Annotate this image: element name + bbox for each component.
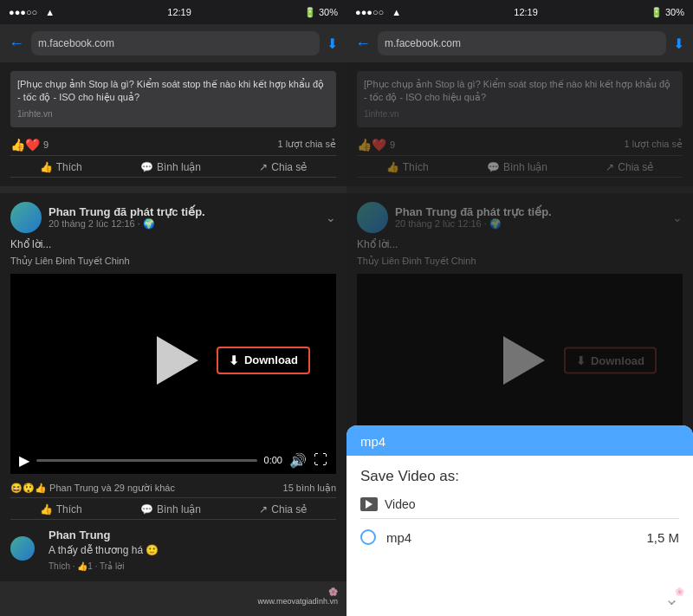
reaction-row-1: 👍❤️ 9 1 lượt chia sẻ xyxy=(10,134,336,156)
sheet-option-mp4[interactable]: mp4 1,5 M xyxy=(346,519,693,555)
share-label-2: Chia sẻ xyxy=(271,503,307,515)
back-button[interactable]: ← xyxy=(9,35,24,53)
share-btn-r1: ↗ Chia sẻ xyxy=(606,161,653,173)
share-icon: ↗ xyxy=(259,161,268,173)
comments-count: 15 bình luận xyxy=(283,483,336,494)
video-player-right: ⬇ Download xyxy=(357,274,683,447)
post3-author: Phan Trung xyxy=(49,528,111,541)
share-label-1: Chia sẻ xyxy=(271,161,307,173)
left-phone: ●●●○○ ▲ 12:19 🔋 30% ← m.facebook.com ⬇ [… xyxy=(0,0,346,616)
download-arrow-icon-right: ⬇ xyxy=(576,353,586,366)
download-label: Download xyxy=(244,353,298,366)
reactions-right: 👍❤️ 9 xyxy=(357,138,395,152)
like-label-1: Thích xyxy=(56,161,82,173)
below-video: 😆😲👍 Phan Trung và 29 người khác 15 bình … xyxy=(0,474,346,581)
watermark-site-left: www.meovatgiadình.vn xyxy=(257,597,338,607)
post3-row: Phan Trung A thấy dễ thương há 🙂 Thích ·… xyxy=(10,527,336,571)
reactions-text-2: 😆😲👍 Phan Trung và 29 người khác xyxy=(10,483,175,494)
back-button-right[interactable]: ← xyxy=(355,35,371,53)
author-row: Phan Trung đã phát trực tiếp. 20 tháng 2… xyxy=(10,202,336,233)
share-button-2[interactable]: ↗ Chia sẻ xyxy=(259,503,307,515)
watermark-right: 🌸 www.meovatgiadình.vn xyxy=(604,587,684,607)
like-icon-2: 👍 xyxy=(40,503,53,515)
post-text-left: Khổ lời... xyxy=(10,238,336,250)
link-source: 1inhte.vn xyxy=(17,108,329,120)
video-file-icon xyxy=(360,497,378,511)
reactions: 👍❤️ 9 xyxy=(10,138,49,152)
comment-icon: 💬 xyxy=(140,161,153,173)
like-button-2[interactable]: 👍 Thích xyxy=(40,503,82,515)
author-name-right: Phan Trung đã phát trực tiếp. xyxy=(395,205,665,218)
chevron-down-icon-right: ⌄ xyxy=(672,211,683,224)
comment-label-1: Bình luận xyxy=(157,161,201,173)
post3-text: A thấy dễ thương há 🙂 xyxy=(49,544,159,556)
status-bar-right: ●●●○○ ▲ 12:19 🔋 30% xyxy=(346,0,693,24)
option-size-mp4: 1,5 M xyxy=(646,530,679,545)
browser-bar-left: ← m.facebook.com ⬇ xyxy=(0,24,346,62)
status-bar-left: ●●●○○ ▲ 12:19 🔋 30% xyxy=(0,0,346,24)
link-preview[interactable]: [Phục chụp ảnh Stop là gì? Kiểm soát sto… xyxy=(10,71,336,127)
download-overlay[interactable]: ⬇ Download xyxy=(217,347,310,374)
action-row-1: 👍 Thích 💬 Bình luận ↗ Chia sẻ xyxy=(10,156,336,178)
author-row-right: Phan Trung đã phát trực tiếp. 20 tháng 2… xyxy=(357,202,683,233)
share-button-1[interactable]: ↗ Chia sẻ xyxy=(259,161,307,173)
radio-mp4[interactable] xyxy=(360,529,376,545)
link-source-right: 1inhte.vn xyxy=(364,108,676,120)
shares-text: 1 lượt chia sẻ xyxy=(278,139,336,150)
avatar-left-2 xyxy=(10,536,35,561)
download-icon-browser-right[interactable]: ⬇ xyxy=(673,36,684,52)
fullscreen-icon[interactable]: ⛶ xyxy=(314,452,327,468)
status-left-right: ●●●○○ ▲ xyxy=(355,7,401,17)
post-card-1: [Phục chụp ảnh Stop là gì? Kiểm soát sto… xyxy=(0,62,346,186)
like-emoji: 👍❤️ xyxy=(10,138,40,152)
download-icon-browser[interactable]: ⬇ xyxy=(327,36,338,52)
post-text-right: Khổ lời... xyxy=(357,238,683,250)
reaction-row-right: 👍❤️ 9 1 lượt chia sẻ xyxy=(357,134,683,156)
progress-bar[interactable] xyxy=(36,459,257,462)
right-phone: ●●●○○ ▲ 12:19 🔋 30% ← m.facebook.com ⬇ [… xyxy=(346,0,693,616)
post-subtext-right: Thủy Liên Đinh Tuyết Chinh xyxy=(357,256,683,267)
radio-inner xyxy=(365,534,372,541)
post-subtext-left: Thủy Liên Đinh Tuyết Chinh xyxy=(10,256,336,267)
volume-icon[interactable]: 🔊 xyxy=(289,452,307,469)
author-name-left: Phan Trung đã phát trực tiếp. xyxy=(49,205,319,218)
url-bar-right[interactable]: m.facebook.com xyxy=(378,31,666,55)
signal-icons-right: ●●●○○ xyxy=(355,7,384,17)
status-right: 🔋 30% xyxy=(304,7,338,18)
url-bar[interactable]: m.facebook.com xyxy=(31,31,320,55)
chevron-down-icon[interactable]: ⌄ xyxy=(326,211,336,224)
video-controls-left: ▶ 0:00 🔊 ⛶ xyxy=(10,447,336,474)
option-label-mp4: mp4 xyxy=(386,530,411,545)
sheet-title: Save Video as: xyxy=(346,456,693,494)
play-button-left[interactable] xyxy=(157,336,198,385)
signal-icons: ●●●○○ xyxy=(9,7,37,17)
download-arrow-icon: ⬇ xyxy=(229,353,239,367)
download-overlay-right: ⬇ Download xyxy=(564,347,657,373)
wifi-icon-right: ▲ xyxy=(392,7,401,17)
action-row-right-1: 👍 Thích 💬 Bình luận ↗ Chia sẻ xyxy=(357,156,683,178)
comment-btn-r1: 💬 Bình luận xyxy=(487,161,547,173)
play-ctrl-icon[interactable]: ▶ xyxy=(19,452,29,469)
status-left: ●●●○○ ▲ xyxy=(9,7,55,17)
action-row-2: 👍 Thích 💬 Bình luận ↗ Chia sẻ xyxy=(10,498,336,520)
comment-button-2[interactable]: 💬 Bình luận xyxy=(140,503,201,515)
like-button-1[interactable]: 👍 Thích xyxy=(40,161,82,173)
avatar-right xyxy=(357,202,388,233)
sheet-handle: mp4 xyxy=(346,425,693,456)
link-text-right: [Phục chụp ảnh Stop là gì? Kiểm soát sto… xyxy=(364,78,676,105)
url-text: m.facebook.com xyxy=(38,37,114,49)
share-icon-2: ↗ xyxy=(259,503,268,515)
comment-icon-2: 💬 xyxy=(140,503,153,515)
battery-level-right: 30% xyxy=(665,7,684,17)
comment-button-1[interactable]: 💬 Bình luận xyxy=(140,161,201,173)
video-player-left[interactable]: ⬇ Download xyxy=(10,274,336,447)
author-info-right: Phan Trung đã phát trực tiếp. 20 tháng 2… xyxy=(395,205,665,230)
watermark-site-right: www.meovatgiadình.vn xyxy=(604,597,684,607)
link-text: [Phục chụp ảnh Stop là gì? Kiểm soát sto… xyxy=(17,78,329,105)
like-label-2: Thích xyxy=(56,503,82,515)
play-button-right xyxy=(503,336,545,385)
time-right: 12:19 xyxy=(514,7,538,17)
browser-bar-right: ← m.facebook.com ⬇ xyxy=(346,24,693,62)
author-action: đã phát trực tiếp. xyxy=(113,205,205,218)
like-icon: 👍 xyxy=(40,161,53,173)
